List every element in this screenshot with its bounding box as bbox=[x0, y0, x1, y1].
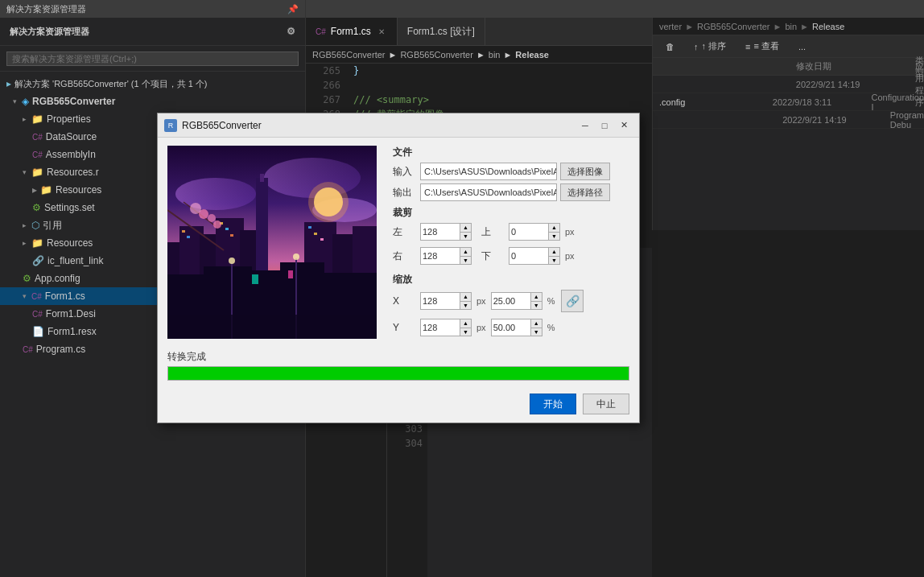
scale-y-pct-spinner[interactable]: ▲ ▼ bbox=[491, 319, 542, 336]
crop-right-up-btn[interactable]: ▲ bbox=[460, 248, 471, 257]
dialog-close-btn[interactable]: ✕ bbox=[615, 117, 633, 134]
ref-expand-icon: ▸ bbox=[23, 221, 27, 229]
scale-x-px-input[interactable] bbox=[420, 292, 460, 310]
crop-right-down-btn[interactable]: ▼ bbox=[460, 257, 471, 265]
scale-x-pct-down-btn[interactable]: ▼ bbox=[531, 302, 542, 310]
crop-bottom-spin-btns: ▲ ▼ bbox=[549, 247, 560, 265]
scale-y-down-btn[interactable]: ▼ bbox=[460, 328, 471, 336]
tab-form1cs-close[interactable]: ✕ bbox=[376, 26, 387, 37]
sidebar-header-title: 解决方案资源管理器 bbox=[6, 3, 86, 15]
properties-expand-icon: ▸ bbox=[23, 115, 27, 123]
search-input[interactable] bbox=[6, 52, 299, 66]
rp-bc-3: bin bbox=[785, 22, 797, 31]
crop-right-col: 上 ▲ ▼ px bbox=[481, 223, 576, 268]
svg-point-30 bbox=[229, 258, 235, 264]
solution-root[interactable]: ▸ 解决方案 'RGB565Converter' (1 个项目，共 1 个) bbox=[0, 75, 305, 93]
crop-bottom-up-btn[interactable]: ▲ bbox=[549, 248, 559, 257]
right-panel: verter ► RGB565Converter ► bin ► Release… bbox=[652, 18, 924, 230]
svg-rect-16 bbox=[182, 230, 185, 233]
rp-delete-btn[interactable]: 🗑 bbox=[659, 39, 681, 55]
ic-fluent-label: ic_fluent_link bbox=[47, 255, 103, 266]
project-label: RGB565Converter bbox=[32, 96, 115, 107]
crop-left-down-btn[interactable]: ▼ bbox=[460, 233, 471, 241]
scale-y-up-btn[interactable]: ▲ bbox=[460, 319, 471, 328]
scale-x-px-label: px bbox=[476, 296, 486, 306]
crop-bottom-input[interactable] bbox=[509, 247, 549, 265]
stop-btn[interactable]: 中止 bbox=[583, 394, 629, 414]
scale-x-pct-input[interactable] bbox=[491, 292, 531, 310]
ln-304: 304 bbox=[387, 438, 427, 452]
status-text: 转换完成 bbox=[167, 350, 629, 364]
crop-bottom-down-btn[interactable]: ▼ bbox=[549, 257, 559, 265]
sidebar-pin-icon[interactable]: 📌 bbox=[287, 4, 299, 14]
crop-right-spinner[interactable]: ▲ ▼ bbox=[420, 247, 472, 265]
breadcrumb-sep1: ► bbox=[389, 50, 398, 60]
crop-bottom-spinner[interactable]: ▲ ▼ bbox=[509, 247, 560, 265]
line-num-265: 265 bbox=[312, 65, 340, 76]
scale-y-px-spinner[interactable]: ▲ ▼ bbox=[420, 319, 472, 336]
file-input-row: 输入 C:\Users\ASUS\Downloads\PixelAr 选择图像 bbox=[393, 163, 629, 180]
crop-left-spinner[interactable]: ▲ ▼ bbox=[420, 223, 472, 241]
crop-right-row: 右 ▲ ▼ bbox=[393, 247, 472, 265]
file-output-path[interactable]: C:\Users\ASUS\Downloads\PixelAr bbox=[420, 183, 557, 201]
dialog-minimize-btn[interactable]: ─ bbox=[576, 117, 594, 134]
settings-icon: ⚙ bbox=[32, 202, 41, 213]
dialog-footer: 开始 中止 bbox=[158, 394, 639, 422]
scale-x-px-spinner[interactable]: ▲ ▼ bbox=[420, 292, 472, 310]
crop-left-input[interactable] bbox=[420, 223, 460, 241]
rp-row-1[interactable]: .config 2022/9/18 3:11 Configuration I bbox=[653, 93, 924, 111]
select-image-btn[interactable]: 选择图像 bbox=[560, 163, 610, 180]
scale-y-pct-down-btn[interactable]: ▼ bbox=[531, 328, 542, 336]
view-icon: ≡ bbox=[745, 42, 750, 52]
start-btn[interactable]: 开始 bbox=[530, 394, 576, 414]
rp-bc-release: Release bbox=[812, 22, 844, 31]
progress-bar-container bbox=[167, 366, 629, 381]
crop-left-up-btn[interactable]: ▲ bbox=[460, 224, 471, 233]
rp-toolbar: 🗑 ↑ ↑ 排序 ≡ ≡ 查看 ... bbox=[653, 35, 924, 58]
dialog-maximize-btn[interactable]: □ bbox=[596, 117, 613, 134]
line-num-267: 267 bbox=[312, 94, 340, 105]
resources-sub-icon: ▸ bbox=[32, 184, 37, 196]
tab-form1cs[interactable]: C# Form1.cs ✕ bbox=[306, 18, 398, 45]
crop-right-input[interactable] bbox=[420, 247, 460, 265]
scale-x-up-btn[interactable]: ▲ bbox=[460, 293, 471, 302]
crop-top-down-btn[interactable]: ▼ bbox=[549, 233, 559, 241]
sidebar-search-bar[interactable] bbox=[0, 46, 305, 72]
rp-row-0[interactable]: 2022/9/21 14:19 应用程序 bbox=[653, 76, 924, 93]
crop-top-spinner[interactable]: ▲ ▼ bbox=[509, 223, 560, 241]
crop-top-input[interactable] bbox=[509, 223, 549, 241]
scale-x-pct-spinner[interactable]: ▲ ▼ bbox=[491, 292, 542, 310]
rp-view-btn[interactable]: ≡ ≡ 查看 bbox=[739, 39, 786, 55]
form1cs-cs-icon: C# bbox=[31, 292, 42, 301]
file-input-path[interactable]: C:\Users\ASUS\Downloads\PixelAr bbox=[420, 163, 557, 180]
solution-root-icon: ▸ bbox=[6, 78, 11, 89]
breadcrumb-sep3: ► bbox=[503, 50, 512, 60]
scale-x-down-btn[interactable]: ▼ bbox=[460, 302, 471, 310]
crop-top-up-btn[interactable]: ▲ bbox=[549, 224, 559, 233]
crop-section-label: 裁剪 bbox=[393, 206, 629, 220]
rp-more-btn[interactable]: ... bbox=[792, 39, 812, 55]
image-preview bbox=[167, 146, 377, 339]
rp-bc-sep1: ► bbox=[685, 22, 694, 31]
rp-row-2[interactable]: 2022/9/21 14:19 Program Debu bbox=[653, 111, 924, 129]
properties-folder-icon: 📁 bbox=[31, 113, 43, 125]
scale-x-pct-up-btn[interactable]: ▲ bbox=[531, 293, 542, 302]
breadcrumb-release: Release bbox=[515, 50, 549, 60]
scale-y-pct-label: % bbox=[547, 323, 555, 332]
ref-label: 引用 bbox=[43, 219, 62, 233]
breadcrumb-part3: bin bbox=[489, 50, 501, 60]
select-path-btn[interactable]: 选择路径 bbox=[560, 183, 610, 201]
tab-form1design[interactable]: Form1.cs [设计] bbox=[398, 18, 485, 45]
sidebar-action-btn[interactable]: ⚙ bbox=[287, 26, 295, 37]
form1cs-expand-icon: ▾ bbox=[23, 292, 27, 300]
crop-left-row: 左 ▲ ▼ bbox=[393, 223, 472, 241]
dialog-main-content: 文件 输入 C:\Users\ASUS\Downloads\PixelAr 选择… bbox=[167, 146, 629, 347]
scale-y-pct-input[interactable] bbox=[491, 319, 531, 336]
scale-y-px-input[interactable] bbox=[420, 319, 460, 336]
svg-point-5 bbox=[308, 182, 349, 222]
scale-y-pct-up-btn[interactable]: ▲ bbox=[531, 319, 542, 328]
sidebar-item-project[interactable]: ▾ ◈ RGB565Converter bbox=[0, 93, 305, 110]
link-xy-btn[interactable]: 🔗 bbox=[561, 290, 584, 312]
rp-sort-btn[interactable]: ↑ ↑ 排序 bbox=[687, 39, 732, 55]
programcs-label: Program.cs bbox=[36, 344, 85, 355]
